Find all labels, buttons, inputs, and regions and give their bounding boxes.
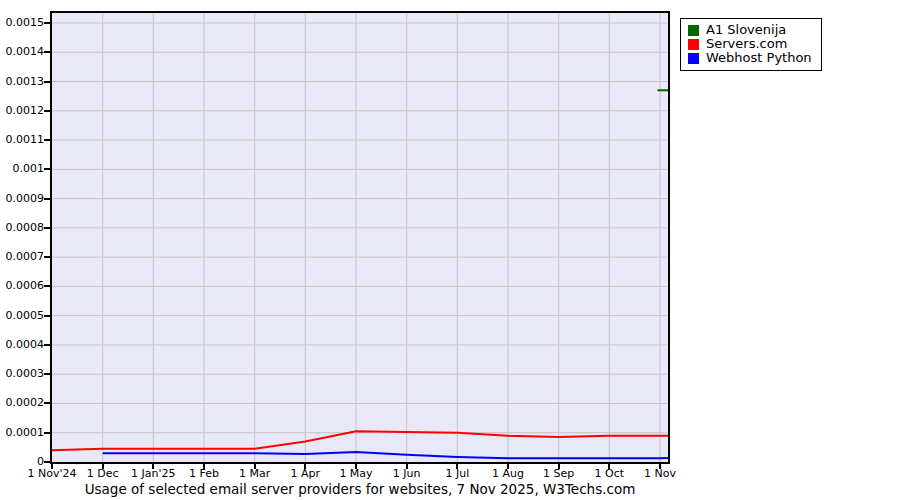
y-tick-mark — [44, 344, 52, 346]
y-tick-label: 0.001 — [0, 162, 44, 175]
legend-item: Webhost Python — [688, 51, 812, 65]
series-line-servers-com — [52, 431, 668, 450]
legend-item: Servers.com — [688, 37, 812, 51]
y-tick-label: 0.0015 — [0, 16, 44, 29]
y-tick-label: 0.0013 — [0, 75, 44, 88]
y-tick-mark — [44, 432, 52, 434]
legend-label-webhost-python: Webhost Python — [706, 51, 812, 65]
chart: 00.00010.00020.00030.00040.00050.00060.0… — [0, 0, 900, 500]
legend-item: A1 Slovenija — [688, 23, 812, 37]
y-tick-mark — [44, 168, 52, 170]
plot-canvas — [52, 13, 668, 462]
y-tick-label: 0.0004 — [0, 338, 44, 351]
y-tick-mark — [44, 373, 52, 375]
y-tick-label: 0.0014 — [0, 45, 44, 58]
y-tick-mark — [44, 22, 52, 24]
y-tick-mark — [44, 402, 52, 404]
y-tick-label: 0.0012 — [0, 104, 44, 117]
legend-label-servers-com: Servers.com — [706, 37, 787, 51]
y-tick-mark — [44, 139, 52, 141]
y-tick-mark — [44, 461, 52, 463]
y-tick-label: 0.0003 — [0, 367, 44, 380]
y-tick-mark — [44, 198, 52, 200]
y-tick-mark — [44, 315, 52, 317]
y-tick-label: 0.0007 — [0, 250, 44, 263]
legend: A1 Slovenija Servers.com Webhost Python — [680, 18, 822, 71]
plot-area — [50, 11, 670, 464]
legend-label-a1-slovenija: A1 Slovenija — [706, 23, 786, 37]
series-line-webhost-python — [103, 452, 668, 458]
y-tick-mark — [44, 81, 52, 83]
y-tick-mark — [44, 227, 52, 229]
legend-swatch-a1-slovenija — [688, 25, 699, 36]
legend-swatch-servers-com — [688, 39, 699, 50]
y-tick-label: 0.0006 — [0, 279, 44, 292]
y-tick-mark — [44, 256, 52, 258]
y-tick-mark — [44, 285, 52, 287]
y-tick-label: 0.0011 — [0, 133, 44, 146]
y-tick-label: 0.0001 — [0, 426, 44, 439]
y-tick-label: 0.0002 — [0, 396, 44, 409]
y-tick-mark — [44, 51, 52, 53]
y-tick-label: 0.0009 — [0, 192, 44, 205]
x-tick-label: 1 Nov — [618, 467, 702, 480]
y-tick-label: 0.0005 — [0, 309, 44, 322]
legend-swatch-webhost-python — [688, 53, 699, 64]
chart-caption: Usage of selected email server providers… — [50, 481, 670, 497]
y-tick-mark — [44, 110, 52, 112]
y-tick-label: 0.0008 — [0, 221, 44, 234]
